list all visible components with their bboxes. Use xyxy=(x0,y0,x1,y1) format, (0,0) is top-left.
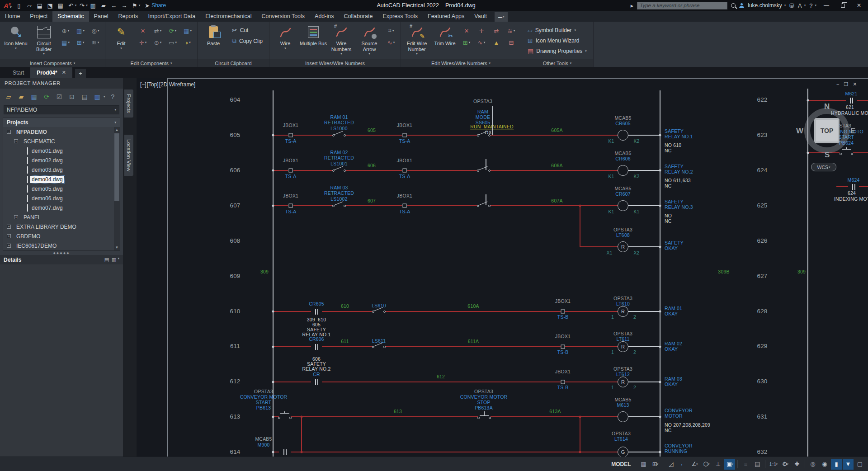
schematic-text[interactable]: RUN MAINTAINED xyxy=(470,124,514,130)
workspace-icon[interactable]: ⚑ xyxy=(130,1,140,10)
schematic-text[interactable]: K1 xyxy=(608,174,614,179)
schematic-text[interactable]: JBOX1 xyxy=(397,193,412,198)
lamp-symbol[interactable]: R xyxy=(618,241,628,252)
share-button[interactable]: ➤Share xyxy=(145,2,166,9)
wire-segment[interactable] xyxy=(628,205,660,206)
schematic-text[interactable]: 605 xyxy=(312,322,321,327)
switch-symbol[interactable] xyxy=(372,342,386,351)
schematic-text[interactable]: RETRACTED xyxy=(324,191,354,196)
panel-label[interactable]: Edit Wires/Wire Numbers▾ xyxy=(401,59,521,67)
junction-dot[interactable] xyxy=(579,205,581,207)
autocad-logo-icon[interactable]: AE▾ xyxy=(0,2,14,9)
schematic-text[interactable]: OPSTA3 xyxy=(613,331,632,336)
wire-segment[interactable] xyxy=(628,346,660,347)
icon-menu-button[interactable]: ↘Icon Menu▾ xyxy=(2,23,30,58)
tree-item-demo04-dwg[interactable]: demo04.dwg xyxy=(3,174,114,184)
wire-segment[interactable] xyxy=(322,382,561,382)
wire-segment[interactable] xyxy=(492,106,493,135)
schematic-text[interactable]: RETRACTED xyxy=(324,155,354,160)
schematic-text[interactable]: STOP xyxy=(477,400,490,405)
viewport-visual-style-control[interactable]: [2D Wireframe] xyxy=(159,81,196,88)
wire-segment[interactable] xyxy=(273,346,311,347)
schematic-text[interactable]: CR607 xyxy=(615,192,631,197)
schematic-text[interactable]: 604 xyxy=(230,97,240,103)
schematic-text[interactable]: CONVEYOR xyxy=(665,443,693,448)
wire-segment[interactable] xyxy=(836,186,848,187)
wire-segment[interactable] xyxy=(293,205,333,206)
trim-wire-button[interactable]: ✂Trim Wire xyxy=(431,23,459,58)
schematic-text[interactable]: TS-A xyxy=(399,139,410,144)
junction-dot[interactable] xyxy=(272,170,274,172)
user-name[interactable]: luke.cholmsky xyxy=(748,2,782,9)
schematic-text[interactable]: OPSTA3 xyxy=(613,227,632,232)
save-as-icon[interactable]: ⬔ xyxy=(45,1,55,10)
junction-dot[interactable] xyxy=(272,205,274,207)
schematic-text[interactable]: PB613A xyxy=(475,405,493,410)
junction-dot[interactable] xyxy=(659,170,661,172)
wire-gap-button[interactable]: ≋▾ xyxy=(505,26,518,36)
contact-symbol[interactable] xyxy=(311,379,322,385)
schematic-text[interactable]: RELAY NO.2 xyxy=(665,170,693,174)
wire-segment[interactable] xyxy=(407,170,477,170)
move-component-button[interactable]: ✛▾ xyxy=(136,38,150,47)
schematic-text[interactable]: NC xyxy=(665,184,672,188)
delete-component-button[interactable]: ✕ xyxy=(136,26,150,36)
new-tab-button[interactable]: + xyxy=(75,69,86,78)
schematic-text[interactable]: MCAB5 xyxy=(614,151,631,156)
active-project-combo[interactable]: NFPADEMO ▾ xyxy=(4,105,119,114)
schematic-text[interactable]: OPSTA3 xyxy=(613,296,632,301)
schematic-text[interactable]: TS-A xyxy=(285,209,297,214)
schematic-text[interactable]: 309 xyxy=(260,269,269,274)
wire-segment[interactable] xyxy=(628,311,660,311)
wire-segment[interactable] xyxy=(345,170,402,170)
minimize-button[interactable]: — xyxy=(820,0,833,10)
toggle-nonc-button[interactable]: ◑▾ xyxy=(181,38,194,47)
annotation-scale-label[interactable]: 1:1▾ xyxy=(768,459,779,470)
schematic-text[interactable]: SAFETY xyxy=(665,129,684,134)
wire-segment[interactable] xyxy=(853,152,868,153)
schematic-text[interactable]: SAFETY xyxy=(665,199,684,204)
schematic-text[interactable]: 613 xyxy=(230,414,240,420)
save-icon[interactable]: ⬓ xyxy=(35,1,45,10)
close-button[interactable]: ✕ xyxy=(853,0,865,10)
schematic-text[interactable]: LS1002 xyxy=(330,197,347,202)
ribbon-tab-vault[interactable]: Vault xyxy=(469,11,492,22)
schematic-text[interactable]: 309B xyxy=(718,269,729,274)
schematic-text[interactable]: 624 xyxy=(848,191,856,196)
wire-segment[interactable] xyxy=(565,346,618,347)
schematic-text[interactable]: OPSTA3 xyxy=(254,389,273,394)
autodesk-caret-icon[interactable]: ▾ xyxy=(804,4,806,7)
junction-dot[interactable] xyxy=(272,134,274,137)
schematic-text[interactable]: RAM 02 xyxy=(330,150,348,155)
align-button[interactable]: ⊙▾ xyxy=(151,38,165,47)
schematic-text[interactable]: 2 xyxy=(633,315,636,320)
wire-segment[interactable] xyxy=(565,382,618,382)
multiple-bus-button[interactable]: Multiple Bus xyxy=(299,23,327,58)
junction-dot[interactable] xyxy=(272,381,274,383)
schematic-text[interactable]: JBOX1 xyxy=(397,158,412,163)
schematic-text[interactable]: 630 xyxy=(757,378,767,385)
schematic-text[interactable]: 607 xyxy=(368,198,376,203)
wire-leader-button[interactable]: ∿▾ xyxy=(384,38,398,47)
help-icon[interactable]: ? xyxy=(809,2,812,9)
ribbon-tab-electromechanical[interactable]: Electromechanical xyxy=(200,11,256,22)
panel-label[interactable]: Insert Components▾ xyxy=(0,59,105,67)
schematic-text[interactable]: 1 xyxy=(611,350,614,355)
expand-icon[interactable]: + xyxy=(7,244,11,248)
schematic-text[interactable]: SAFETY xyxy=(307,362,326,367)
osnap-tracking-icon[interactable]: ⊥ xyxy=(712,459,723,470)
symbol-builder-button[interactable]: ▱Symbol Builder▾ xyxy=(525,26,590,35)
autodesk-icon[interactable]: A xyxy=(798,2,802,9)
wire-segment[interactable] xyxy=(628,135,660,135)
pushbutton-nc-symbol[interactable] xyxy=(477,411,491,422)
details-caret-icon[interactable]: ▾ xyxy=(118,257,119,263)
wire-button[interactable]: Wire▾ xyxy=(271,23,299,58)
restore-button[interactable] xyxy=(836,0,849,10)
expand-icon[interactable]: + xyxy=(14,215,18,219)
schematic-text[interactable]: CONVEYOR MOTOR xyxy=(240,395,288,400)
viewcube-south[interactable]: S xyxy=(825,151,830,160)
junction-dot[interactable] xyxy=(659,416,661,418)
preview-toggle-icon[interactable]: ▥ xyxy=(112,257,116,263)
switch-symbol[interactable] xyxy=(372,307,386,316)
schematic-text[interactable]: M613 xyxy=(617,403,629,408)
